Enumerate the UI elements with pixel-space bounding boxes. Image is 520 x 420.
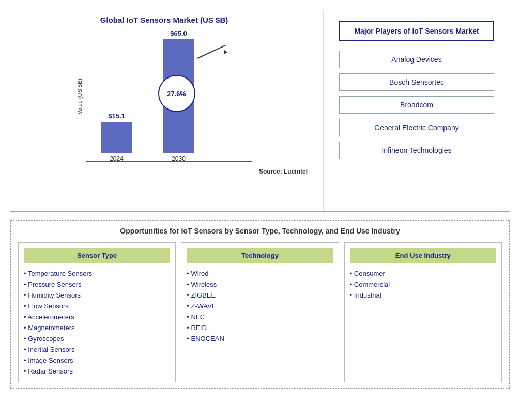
chart-wrapper: Value (US $B) $15.1 2024 27.6%	[77, 29, 252, 164]
player-item-1: Bosch Sensortec	[339, 73, 494, 91]
main-container: Global IoT Sensors Market (US $B) Value …	[0, 0, 520, 420]
player-item-2: Broadcom	[339, 96, 494, 114]
list-item: Wireless	[187, 279, 333, 290]
bar-2024-value: $15.1	[108, 112, 125, 120]
chart-inner: $15.1 2024 27.6% $65.0	[86, 29, 252, 164]
player-item-3: General Electric Company	[339, 119, 494, 136]
list-item: RFID	[187, 322, 333, 333]
list-item: Accelerometers	[24, 312, 170, 322]
list-item: Magnetometers	[24, 322, 170, 333]
bar-group-2024: $15.1 2024	[101, 112, 132, 162]
list-item: ENOCEAN	[187, 333, 333, 344]
list-item: Humidity Sensors	[24, 290, 170, 301]
list-item: Radar Sensors	[24, 366, 170, 377]
list-item: Flow Sensors	[24, 301, 170, 312]
technology-list: Wired Wireless ZIGBEE Z-WAVE NFC RFID EN…	[187, 268, 333, 344]
player-item-4: Infineon Technologies	[339, 142, 494, 159]
sensor-type-header: Sensor Type	[24, 248, 170, 263]
sensor-type-list: Temperature Sensors Pressure Sensors Hum…	[24, 268, 170, 377]
list-item: Image Sensors	[24, 355, 170, 366]
list-item: NFC	[187, 312, 333, 322]
opportunities-title: Opportunities for IoT Sensors by Sensor …	[18, 227, 502, 235]
list-item: Z-WAVE	[187, 301, 333, 312]
list-item: Wired	[187, 268, 333, 279]
bar-2024	[101, 122, 132, 153]
arrow-head	[224, 50, 227, 54]
cagr-circle: 27.6%	[158, 75, 195, 112]
columns-container: Sensor Type Temperature Sensors Pressure…	[18, 242, 502, 382]
top-section: Global IoT Sensors Market (US $B) Value …	[10, 10, 510, 212]
end-use-header: End Use Industry	[350, 248, 496, 263]
list-item: Temperature Sensors	[24, 268, 170, 279]
list-item: Gyroscopes	[24, 333, 170, 344]
player-item-0: Analog Devices	[339, 51, 494, 68]
baseline	[86, 161, 252, 162]
end-use-list: Consumer Commercial Industrial	[350, 268, 496, 301]
bars-container: $15.1 2024 27.6% $65.0	[86, 29, 252, 175]
major-players-title: Major Players of IoT Sensors Market	[339, 21, 494, 41]
technology-header: Technology	[187, 248, 333, 263]
end-use-column: End Use Industry Consumer Commercial Ind…	[344, 242, 502, 382]
list-item: Industrial	[350, 290, 496, 301]
chart-area: Global IoT Sensors Market (US $B) Value …	[10, 10, 324, 211]
major-players-area: Major Players of IoT Sensors Market Anal…	[324, 10, 510, 211]
sensor-type-column: Sensor Type Temperature Sensors Pressure…	[18, 242, 176, 382]
y-axis-label: Value (US $B)	[77, 79, 83, 115]
cagr-label: 27.6%	[167, 90, 186, 98]
list-item: Consumer	[350, 268, 496, 279]
arrow-line	[197, 45, 225, 59]
list-item: Pressure Sensors	[24, 279, 170, 290]
list-item: ZIGBEE	[187, 290, 333, 301]
technology-column: Technology Wired Wireless ZIGBEE Z-WAVE …	[181, 242, 339, 382]
bottom-section: Opportunities for IoT Sensors by Sensor …	[10, 220, 510, 389]
list-item: Commercial	[350, 279, 496, 290]
chart-title: Global IoT Sensors Market (US $B)	[100, 15, 228, 24]
list-item: Inertial Sensors	[24, 344, 170, 355]
bar-2030-value: $65.0	[170, 29, 187, 37]
